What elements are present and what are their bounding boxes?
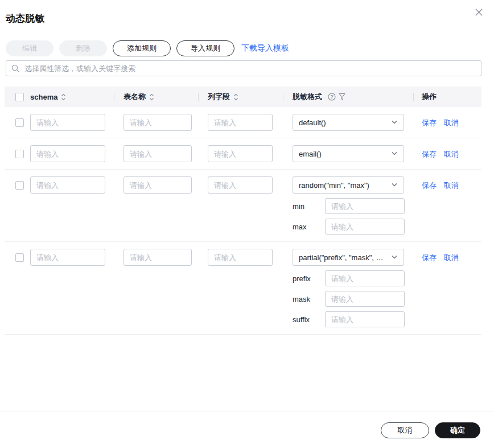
format-param-row: mask: [293, 291, 405, 307]
table-header-row: schema 表名称 列字段 脱敏格式 ?: [5, 87, 481, 107]
cancel-link[interactable]: 取消: [444, 180, 459, 191]
format-select[interactable]: random("min", "max"): [293, 176, 404, 194]
schema-input[interactable]: [30, 249, 105, 266]
column-field-input[interactable]: [208, 114, 273, 131]
search-icon: [11, 64, 19, 72]
param-label: suffix: [293, 315, 325, 324]
param-label: mask: [293, 295, 325, 303]
dialog-ok-button[interactable]: 确定: [435, 422, 480, 438]
download-template-link[interactable]: 下载导入模板: [241, 43, 289, 54]
column-header-column-field: 列字段: [208, 92, 230, 102]
dialog-title: 动态脱敏: [0, 0, 494, 25]
param-label: prefix: [293, 274, 325, 283]
table-row: partial("prefix", "mask", … prefix mask …: [5, 242, 481, 335]
chevron-down-icon: [391, 120, 398, 125]
sort-icon[interactable]: [60, 93, 67, 101]
column-header-table-name: 表名称: [124, 92, 146, 102]
cancel-link[interactable]: 取消: [444, 149, 459, 159]
format-select-value: email(): [299, 150, 322, 158]
format-select[interactable]: email(): [293, 145, 404, 162]
save-link[interactable]: 保存: [422, 180, 437, 191]
row-select-checkbox[interactable]: [15, 150, 24, 158]
param-max-input[interactable]: [325, 219, 405, 235]
chevron-down-icon: [391, 183, 398, 187]
format-select[interactable]: partial("prefix", "mask", …: [293, 249, 404, 266]
chevron-down-icon: [391, 255, 398, 260]
schema-input[interactable]: [30, 176, 105, 194]
table-name-input[interactable]: [124, 249, 192, 266]
param-label: min: [293, 202, 325, 211]
param-prefix-input[interactable]: [325, 270, 405, 286]
cancel-link[interactable]: 取消: [444, 253, 459, 263]
chevron-down-icon: [391, 151, 398, 156]
dialog-footer: 取消 确定: [0, 412, 494, 448]
search-box[interactable]: [6, 60, 481, 76]
column-field-input[interactable]: [208, 176, 273, 194]
save-link[interactable]: 保存: [422, 253, 437, 263]
format-select-value: partial("prefix", "mask", …: [299, 253, 384, 262]
save-link[interactable]: 保存: [422, 118, 437, 128]
schema-input[interactable]: [30, 114, 105, 131]
format-param-row: prefix: [293, 270, 405, 286]
help-icon[interactable]: ?: [328, 93, 336, 101]
table-row: email() 保存 取消: [5, 138, 481, 170]
svg-text:?: ?: [330, 94, 333, 100]
schema-input[interactable]: [30, 145, 105, 162]
close-icon[interactable]: [472, 6, 485, 18]
table-name-input[interactable]: [124, 176, 192, 194]
column-header-schema: schema: [30, 93, 57, 101]
table-name-input[interactable]: [124, 114, 192, 131]
table-name-input[interactable]: [124, 145, 192, 162]
param-label: max: [293, 223, 325, 231]
row-select-checkbox[interactable]: [15, 253, 24, 262]
format-param-row: min: [293, 198, 405, 214]
add-rule-button[interactable]: 添加规则: [113, 40, 171, 56]
delete-button[interactable]: 删除: [59, 40, 107, 56]
select-all-checkbox[interactable]: [15, 93, 24, 101]
format-select-value: random("min", "max"): [299, 181, 369, 190]
sort-icon[interactable]: [233, 93, 239, 101]
param-min-input[interactable]: [325, 198, 405, 214]
param-mask-input[interactable]: [325, 291, 405, 307]
column-field-input[interactable]: [208, 249, 273, 266]
table-row: random("min", "max") min max 保存 取消: [5, 170, 481, 242]
edit-button[interactable]: 编辑: [6, 40, 53, 56]
sort-icon[interactable]: [149, 93, 155, 101]
format-select[interactable]: default(): [293, 114, 404, 131]
dynamic-masking-dialog: 动态脱敏 编辑 删除 添加规则 导入规则 下载导入模板 schema 表名称: [0, 0, 494, 448]
format-param-row: suffix: [293, 311, 405, 327]
table-row: default() 保存 取消: [5, 107, 481, 138]
row-select-checkbox[interactable]: [15, 181, 24, 190]
dialog-cancel-button[interactable]: 取消: [381, 422, 429, 438]
search-input[interactable]: [23, 64, 476, 73]
format-param-row: max: [293, 219, 405, 235]
column-field-input[interactable]: [208, 145, 273, 162]
filter-icon[interactable]: [339, 93, 345, 101]
toolbar: 编辑 删除 添加规则 导入规则 下载导入模板: [6, 40, 488, 56]
column-header-operation: 操作: [422, 92, 437, 102]
row-select-checkbox[interactable]: [15, 118, 24, 127]
save-link[interactable]: 保存: [422, 149, 437, 159]
format-select-value: default(): [299, 118, 326, 127]
column-header-mask-format: 脱敏格式: [293, 92, 322, 102]
cancel-link[interactable]: 取消: [444, 118, 459, 128]
import-rule-button[interactable]: 导入规则: [176, 40, 234, 56]
param-suffix-input[interactable]: [325, 311, 405, 327]
rules-table: schema 表名称 列字段 脱敏格式 ?: [5, 87, 481, 335]
